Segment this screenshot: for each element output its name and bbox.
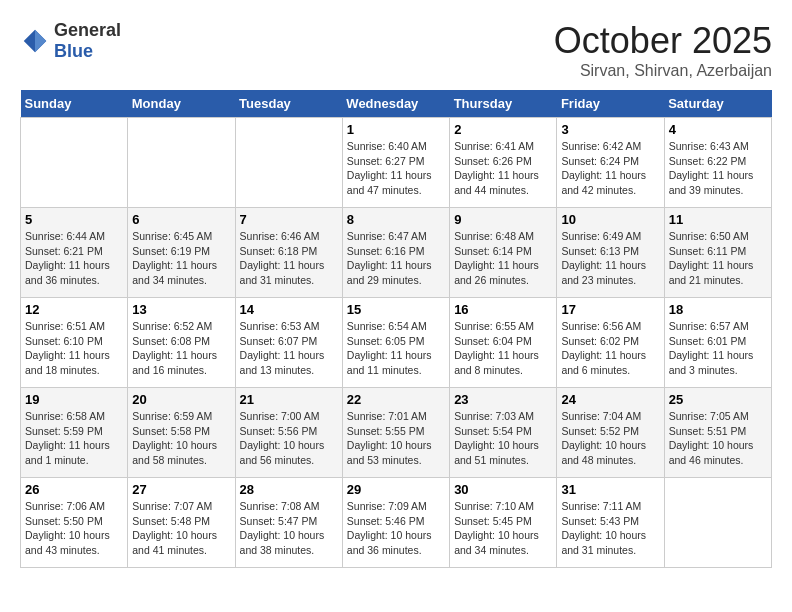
col-wednesday: Wednesday — [342, 90, 449, 118]
day-number: 17 — [561, 302, 659, 317]
logo: General Blue — [20, 20, 121, 62]
day-number: 4 — [669, 122, 767, 137]
day-number: 6 — [132, 212, 230, 227]
day-info: Sunrise: 7:05 AMSunset: 5:51 PMDaylight:… — [669, 409, 767, 468]
table-row: 2Sunrise: 6:41 AMSunset: 6:26 PMDaylight… — [450, 118, 557, 208]
table-row: 28Sunrise: 7:08 AMSunset: 5:47 PMDayligh… — [235, 478, 342, 568]
day-number: 31 — [561, 482, 659, 497]
col-tuesday: Tuesday — [235, 90, 342, 118]
day-number: 28 — [240, 482, 338, 497]
table-row: 16Sunrise: 6:55 AMSunset: 6:04 PMDayligh… — [450, 298, 557, 388]
table-row: 25Sunrise: 7:05 AMSunset: 5:51 PMDayligh… — [664, 388, 771, 478]
day-number: 9 — [454, 212, 552, 227]
day-info: Sunrise: 7:10 AMSunset: 5:45 PMDaylight:… — [454, 499, 552, 558]
table-row: 12Sunrise: 6:51 AMSunset: 6:10 PMDayligh… — [21, 298, 128, 388]
day-info: Sunrise: 7:03 AMSunset: 5:54 PMDaylight:… — [454, 409, 552, 468]
table-row: 7Sunrise: 6:46 AMSunset: 6:18 PMDaylight… — [235, 208, 342, 298]
table-row: 8Sunrise: 6:47 AMSunset: 6:16 PMDaylight… — [342, 208, 449, 298]
day-number: 19 — [25, 392, 123, 407]
day-number: 13 — [132, 302, 230, 317]
col-thursday: Thursday — [450, 90, 557, 118]
col-monday: Monday — [128, 90, 235, 118]
day-info: Sunrise: 6:58 AMSunset: 5:59 PMDaylight:… — [25, 409, 123, 468]
day-info: Sunrise: 6:50 AMSunset: 6:11 PMDaylight:… — [669, 229, 767, 288]
location-title: Sirvan, Shirvan, Azerbaijan — [554, 62, 772, 80]
table-row: 23Sunrise: 7:03 AMSunset: 5:54 PMDayligh… — [450, 388, 557, 478]
day-info: Sunrise: 6:45 AMSunset: 6:19 PMDaylight:… — [132, 229, 230, 288]
day-number: 18 — [669, 302, 767, 317]
table-row: 24Sunrise: 7:04 AMSunset: 5:52 PMDayligh… — [557, 388, 664, 478]
day-number: 10 — [561, 212, 659, 227]
table-row: 6Sunrise: 6:45 AMSunset: 6:19 PMDaylight… — [128, 208, 235, 298]
day-number: 11 — [669, 212, 767, 227]
table-row: 22Sunrise: 7:01 AMSunset: 5:55 PMDayligh… — [342, 388, 449, 478]
day-number: 24 — [561, 392, 659, 407]
day-info: Sunrise: 6:40 AMSunset: 6:27 PMDaylight:… — [347, 139, 445, 198]
calendar-week-row: 5Sunrise: 6:44 AMSunset: 6:21 PMDaylight… — [21, 208, 772, 298]
table-row: 14Sunrise: 6:53 AMSunset: 6:07 PMDayligh… — [235, 298, 342, 388]
svg-marker-1 — [35, 30, 46, 53]
day-info: Sunrise: 6:47 AMSunset: 6:16 PMDaylight:… — [347, 229, 445, 288]
table-row: 4Sunrise: 6:43 AMSunset: 6:22 PMDaylight… — [664, 118, 771, 208]
table-row: 15Sunrise: 6:54 AMSunset: 6:05 PMDayligh… — [342, 298, 449, 388]
table-row: 1Sunrise: 6:40 AMSunset: 6:27 PMDaylight… — [342, 118, 449, 208]
day-info: Sunrise: 7:07 AMSunset: 5:48 PMDaylight:… — [132, 499, 230, 558]
day-number: 3 — [561, 122, 659, 137]
table-row: 30Sunrise: 7:10 AMSunset: 5:45 PMDayligh… — [450, 478, 557, 568]
table-row: 11Sunrise: 6:50 AMSunset: 6:11 PMDayligh… — [664, 208, 771, 298]
table-row: 9Sunrise: 6:48 AMSunset: 6:14 PMDaylight… — [450, 208, 557, 298]
day-info: Sunrise: 6:56 AMSunset: 6:02 PMDaylight:… — [561, 319, 659, 378]
day-info: Sunrise: 6:53 AMSunset: 6:07 PMDaylight:… — [240, 319, 338, 378]
table-row: 18Sunrise: 6:57 AMSunset: 6:01 PMDayligh… — [664, 298, 771, 388]
calendar-week-row: 19Sunrise: 6:58 AMSunset: 5:59 PMDayligh… — [21, 388, 772, 478]
day-info: Sunrise: 6:57 AMSunset: 6:01 PMDaylight:… — [669, 319, 767, 378]
day-info: Sunrise: 7:06 AMSunset: 5:50 PMDaylight:… — [25, 499, 123, 558]
col-friday: Friday — [557, 90, 664, 118]
day-number: 7 — [240, 212, 338, 227]
table-row — [235, 118, 342, 208]
table-row: 19Sunrise: 6:58 AMSunset: 5:59 PMDayligh… — [21, 388, 128, 478]
day-info: Sunrise: 6:44 AMSunset: 6:21 PMDaylight:… — [25, 229, 123, 288]
day-info: Sunrise: 7:11 AMSunset: 5:43 PMDaylight:… — [561, 499, 659, 558]
table-row: 26Sunrise: 7:06 AMSunset: 5:50 PMDayligh… — [21, 478, 128, 568]
day-number: 21 — [240, 392, 338, 407]
calendar-week-row: 12Sunrise: 6:51 AMSunset: 6:10 PMDayligh… — [21, 298, 772, 388]
day-number: 30 — [454, 482, 552, 497]
day-number: 26 — [25, 482, 123, 497]
table-row — [664, 478, 771, 568]
table-row: 20Sunrise: 6:59 AMSunset: 5:58 PMDayligh… — [128, 388, 235, 478]
col-saturday: Saturday — [664, 90, 771, 118]
table-row: 10Sunrise: 6:49 AMSunset: 6:13 PMDayligh… — [557, 208, 664, 298]
day-number: 29 — [347, 482, 445, 497]
table-row: 21Sunrise: 7:00 AMSunset: 5:56 PMDayligh… — [235, 388, 342, 478]
table-row — [21, 118, 128, 208]
day-info: Sunrise: 6:59 AMSunset: 5:58 PMDaylight:… — [132, 409, 230, 468]
page-header: General Blue October 2025 Sirvan, Shirva… — [20, 20, 772, 80]
day-number: 20 — [132, 392, 230, 407]
day-info: Sunrise: 6:43 AMSunset: 6:22 PMDaylight:… — [669, 139, 767, 198]
calendar-table: Sunday Monday Tuesday Wednesday Thursday… — [20, 90, 772, 568]
day-number: 8 — [347, 212, 445, 227]
table-row: 13Sunrise: 6:52 AMSunset: 6:08 PMDayligh… — [128, 298, 235, 388]
table-row: 17Sunrise: 6:56 AMSunset: 6:02 PMDayligh… — [557, 298, 664, 388]
day-info: Sunrise: 7:04 AMSunset: 5:52 PMDaylight:… — [561, 409, 659, 468]
day-info: Sunrise: 7:00 AMSunset: 5:56 PMDaylight:… — [240, 409, 338, 468]
day-info: Sunrise: 7:09 AMSunset: 5:46 PMDaylight:… — [347, 499, 445, 558]
day-info: Sunrise: 6:55 AMSunset: 6:04 PMDaylight:… — [454, 319, 552, 378]
table-row: 31Sunrise: 7:11 AMSunset: 5:43 PMDayligh… — [557, 478, 664, 568]
calendar-header-row: Sunday Monday Tuesday Wednesday Thursday… — [21, 90, 772, 118]
table-row: 27Sunrise: 7:07 AMSunset: 5:48 PMDayligh… — [128, 478, 235, 568]
day-number: 23 — [454, 392, 552, 407]
day-info: Sunrise: 6:46 AMSunset: 6:18 PMDaylight:… — [240, 229, 338, 288]
day-number: 1 — [347, 122, 445, 137]
day-number: 2 — [454, 122, 552, 137]
logo-general-text: General — [54, 20, 121, 40]
day-number: 22 — [347, 392, 445, 407]
col-sunday: Sunday — [21, 90, 128, 118]
table-row — [128, 118, 235, 208]
calendar-week-row: 1Sunrise: 6:40 AMSunset: 6:27 PMDaylight… — [21, 118, 772, 208]
day-info: Sunrise: 6:51 AMSunset: 6:10 PMDaylight:… — [25, 319, 123, 378]
day-number: 27 — [132, 482, 230, 497]
day-info: Sunrise: 6:54 AMSunset: 6:05 PMDaylight:… — [347, 319, 445, 378]
logo-blue-text: Blue — [54, 41, 93, 61]
